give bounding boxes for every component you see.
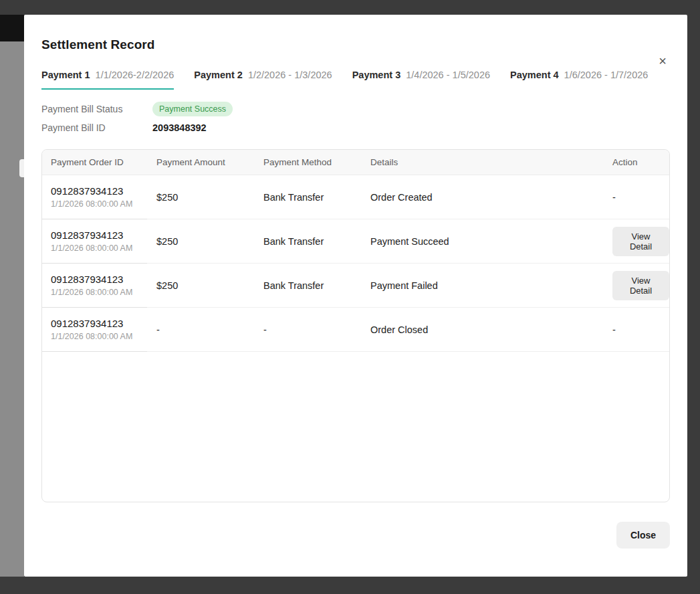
tab-payment-3[interactable]: Payment 3 1/4/2026 - 1/5/2026: [352, 70, 490, 90]
action-cell: View Detail: [604, 271, 669, 300]
column-header-amount: Payment Amount: [148, 157, 255, 167]
details-cell: Order Closed: [362, 324, 604, 335]
method-cell: Bank Transfer: [255, 236, 362, 247]
bill-id-row: Payment Bill ID 2093848392: [41, 122, 670, 133]
amount-cell: -: [148, 324, 255, 335]
tab-label: Payment 4: [510, 70, 559, 80]
bill-status-label: Payment Bill Status: [41, 104, 152, 114]
background-page-fragment: [0, 41, 24, 577]
bill-info: Payment Bill Status Payment Success Paym…: [41, 102, 670, 133]
modal-footer: Close: [41, 522, 670, 549]
column-header-method: Payment Method: [255, 157, 362, 167]
tab-date-range: 1/6/2026 - 1/7/2026: [564, 70, 649, 80]
order-id: 0912837934123: [51, 318, 148, 329]
order-timestamp: 1/1/2026 08:00:00 AM: [51, 332, 148, 341]
close-button[interactable]: Close: [616, 522, 670, 549]
bill-status-row: Payment Bill Status Payment Success: [41, 102, 670, 116]
tab-date-range: 1/4/2026 - 1/5/2026: [406, 70, 490, 80]
view-detail-button[interactable]: View Detail: [612, 227, 669, 256]
order-id-cell: 0912837934123 1/1/2026 08:00:00 AM: [42, 274, 148, 297]
bill-id-label: Payment Bill ID: [41, 122, 152, 133]
tab-label: Payment 2: [194, 70, 243, 80]
payment-success-badge: Payment Success: [152, 102, 233, 116]
order-timestamp: 1/1/2026 08:00:00 AM: [51, 243, 148, 253]
amount-cell: $250: [148, 280, 255, 291]
column-header-details: Details: [362, 157, 604, 167]
details-cell: Payment Succeed: [362, 236, 604, 247]
order-id: 0912837934123: [51, 229, 148, 241]
order-timestamp: 1/1/2026 08:00:00 AM: [51, 288, 148, 297]
tab-date-range: 1/2/2026 - 1/3/2026: [248, 70, 332, 80]
view-detail-button[interactable]: View Detail: [612, 271, 669, 300]
order-id: 0912837934123: [51, 274, 148, 285]
tab-label: Payment 3: [352, 70, 401, 80]
table-row: 0912837934123 1/1/2026 08:00:00 AM - - O…: [42, 308, 669, 352]
background-header-fragment: [0, 15, 24, 41]
amount-cell: $250: [148, 192, 255, 203]
payment-tabs: Payment 1 1/1/2026-2/2/2026 Payment 2 1/…: [41, 70, 670, 90]
order-timestamp: 1/1/2026 08:00:00 AM: [51, 199, 148, 209]
background-notch: [19, 159, 24, 177]
column-header-order-id: Payment Order ID: [42, 157, 148, 167]
tab-payment-2[interactable]: Payment 2 1/2/2026 - 1/3/2026: [194, 70, 332, 90]
details-cell: Payment Failed: [362, 280, 604, 291]
table-row: 0912837934123 1/1/2026 08:00:00 AM $250 …: [42, 175, 669, 219]
table-header-row: Payment Order ID Payment Amount Payment …: [42, 150, 669, 175]
action-cell: -: [604, 324, 669, 335]
method-cell: Bank Transfer: [255, 280, 362, 291]
tab-payment-4[interactable]: Payment 4 1/6/2026 - 1/7/2026: [510, 70, 648, 90]
settlement-record-modal: Settlement Record × Payment 1 1/1/2026-2…: [24, 15, 687, 577]
action-cell: -: [604, 192, 669, 203]
order-id-cell: 0912837934123 1/1/2026 08:00:00 AM: [42, 229, 148, 253]
table-row: 0912837934123 1/1/2026 08:00:00 AM $250 …: [42, 219, 669, 264]
table-row: 0912837934123 1/1/2026 08:00:00 AM $250 …: [42, 264, 669, 308]
modal-title: Settlement Record: [41, 37, 670, 52]
tab-date-range: 1/1/2026-2/2/2026: [96, 70, 174, 80]
action-cell: View Detail: [604, 227, 669, 256]
order-id-cell: 0912837934123 1/1/2026 08:00:00 AM: [42, 185, 148, 209]
tab-label: Payment 1: [41, 70, 90, 80]
details-cell: Order Created: [362, 192, 604, 203]
amount-cell: $250: [148, 236, 255, 247]
bill-id-value: 2093848392: [152, 122, 207, 133]
column-header-action: Action: [604, 157, 669, 167]
payment-orders-table: Payment Order ID Payment Amount Payment …: [41, 149, 670, 502]
method-cell: Bank Transfer: [255, 192, 362, 203]
tab-payment-1[interactable]: Payment 1 1/1/2026-2/2/2026: [41, 70, 174, 90]
order-id: 0912837934123: [51, 185, 148, 197]
close-icon[interactable]: ×: [654, 52, 671, 70]
order-id-cell: 0912837934123 1/1/2026 08:00:00 AM: [42, 318, 148, 341]
method-cell: -: [255, 324, 362, 335]
